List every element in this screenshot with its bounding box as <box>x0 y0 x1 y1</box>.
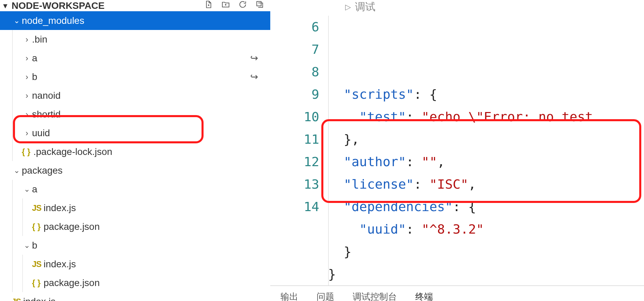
folder-row[interactable]: ›nanoid <box>0 86 270 105</box>
code-line: "license": "ISC", <box>328 173 593 195</box>
symlink-icon: ↪ <box>250 71 258 82</box>
chevron-down-icon[interactable]: ⌄ <box>12 16 22 25</box>
chevron-right-icon[interactable]: › <box>22 35 32 44</box>
js-file-icon: JS <box>12 297 23 301</box>
js-file-icon: JS <box>32 203 44 213</box>
new-folder-icon[interactable] <box>221 0 230 11</box>
svg-rect-0 <box>257 1 261 6</box>
line-number: 6 <box>270 16 319 38</box>
file-row[interactable]: { }.package-lock.json <box>0 142 270 161</box>
line-number: 8 <box>270 61 319 83</box>
chevron-right-icon[interactable]: › <box>22 72 32 82</box>
explorer-sidebar: ▾ NODE-WORKSPACE ⌄node_modules›.bin›a↪›b… <box>0 0 270 301</box>
chevron-down-icon: ▾ <box>3 1 12 10</box>
code-line: }, <box>328 128 593 150</box>
line-number: 11 <box>270 128 319 150</box>
refresh-icon[interactable] <box>238 0 247 11</box>
file-tree: ⌄node_modules›.bin›a↪›b↪›nanoid›shortid›… <box>0 11 270 301</box>
line-number: 9 <box>270 83 319 106</box>
tree-item-label: uuid <box>32 128 50 139</box>
code-content: "scripts": { "test": "echo \"Error: no t… <box>328 16 593 285</box>
tree-item-label: a <box>32 53 37 64</box>
bottom-panel: 输出问题调试控制台终端 (base) → node-workspace npm … <box>270 285 644 301</box>
line-number-gutter: 67891011121314 <box>270 16 328 285</box>
json-file-icon: { } <box>32 222 44 232</box>
symlink-icon: ↪ <box>250 52 258 64</box>
tree-item-label: index.js <box>44 259 76 270</box>
new-file-icon[interactable] <box>204 0 213 11</box>
tree-item-label: shortid <box>32 109 61 120</box>
folder-row[interactable]: ›shortid <box>0 105 270 124</box>
json-file-icon: { } <box>32 278 44 288</box>
code-line: } <box>328 263 593 285</box>
panel-tab-problems[interactable]: 问题 <box>317 291 334 301</box>
tree-item-label: package.json <box>44 221 100 232</box>
folder-row[interactable]: ⌄node_modules <box>0 11 270 30</box>
workspace-title: NODE-WORKSPACE <box>12 0 104 11</box>
line-number: 10 <box>270 106 319 128</box>
tree-item-label: index.js <box>44 203 76 213</box>
code-line: "test": "echo \"Error: no test <box>328 106 593 128</box>
workspace-header[interactable]: ▾ NODE-WORKSPACE <box>0 0 270 11</box>
file-row[interactable]: JSindex.js <box>0 292 270 301</box>
file-row[interactable]: { }package.json <box>0 273 270 292</box>
json-file-icon: { } <box>22 147 33 157</box>
code-line: "scripts": { <box>328 83 593 106</box>
tree-item-label: index.js <box>23 296 55 301</box>
folder-row[interactable]: ›uuid <box>0 124 270 142</box>
file-row[interactable]: JSindex.js <box>0 255 270 273</box>
chevron-right-icon[interactable]: › <box>22 91 32 100</box>
code-line: "uuid": "^8.3.2" <box>328 218 593 240</box>
panel-tabs: 输出问题调试控制台终端 <box>270 286 644 301</box>
tree-item-label: package.json <box>44 278 100 288</box>
folder-row[interactable]: ⌄packages <box>0 161 270 180</box>
code-editor[interactable]: 67891011121314 "scripts": { "test": "ech… <box>270 0 644 285</box>
explorer-actions <box>204 0 270 11</box>
panel-tab-output[interactable]: 输出 <box>280 291 298 301</box>
chevron-right-icon[interactable]: › <box>22 128 32 138</box>
chevron-down-icon[interactable]: ⌄ <box>22 185 32 194</box>
code-line: "dependencies": { <box>328 195 593 218</box>
tree-item-label: .bin <box>32 34 47 45</box>
js-file-icon: JS <box>32 259 44 269</box>
code-line: } <box>328 240 593 263</box>
line-number: 12 <box>270 150 319 173</box>
tree-item-label: .package-lock.json <box>33 146 112 157</box>
folder-row[interactable]: ›a↪ <box>0 49 270 67</box>
line-number: 13 <box>270 173 319 195</box>
folder-row[interactable]: ›b↪ <box>0 67 270 86</box>
folder-row[interactable]: ⌄b <box>0 236 270 255</box>
file-row[interactable]: JSindex.js <box>0 199 270 217</box>
panel-tab-debug-console[interactable]: 调试控制台 <box>353 291 397 301</box>
tree-item-label: a <box>32 184 37 195</box>
tree-item-label: b <box>32 72 37 82</box>
tree-item-label: nanoid <box>32 90 61 101</box>
line-number: 14 <box>270 195 319 218</box>
chevron-right-icon[interactable]: › <box>22 110 32 119</box>
folder-row[interactable]: ⌄a <box>0 180 270 199</box>
panel-tab-terminal[interactable]: 终端 <box>415 291 433 301</box>
chevron-down-icon[interactable]: ⌄ <box>22 241 32 250</box>
chevron-down-icon[interactable]: ⌄ <box>12 166 22 175</box>
line-number: 7 <box>270 38 319 61</box>
file-row[interactable]: { }package.json <box>0 217 270 236</box>
chevron-right-icon[interactable]: › <box>22 53 32 63</box>
code-line: "author": "", <box>328 150 593 173</box>
editor-pane: ▷ 调试 67891011121314 "scripts": { "test":… <box>270 0 644 301</box>
tree-item-label: b <box>32 240 37 251</box>
tree-item-label: packages <box>22 165 63 176</box>
folder-row[interactable]: ›.bin <box>0 30 270 49</box>
collapse-all-icon[interactable] <box>255 0 264 11</box>
tree-item-label: node_modules <box>22 15 84 26</box>
